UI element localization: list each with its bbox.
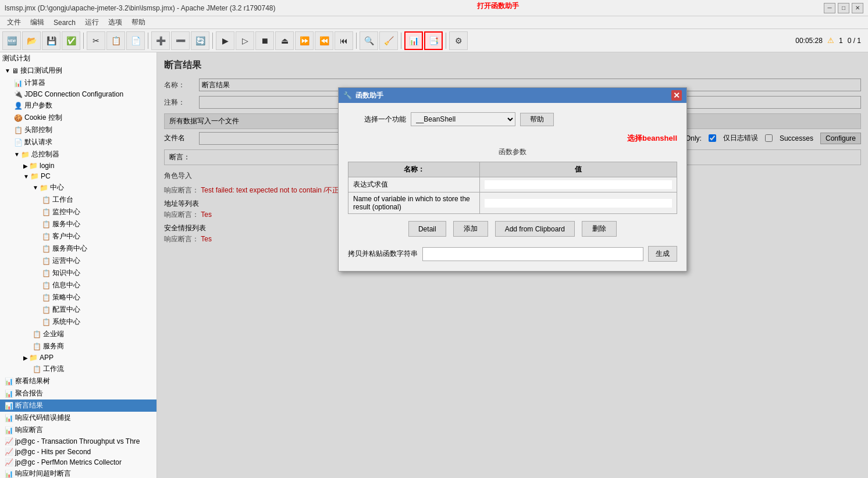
tb-remote-stop[interactable]: ⏪ xyxy=(315,31,333,50)
sidebar-item-header[interactable]: 📋 头部控制 xyxy=(0,124,156,136)
sidebar-label: PC xyxy=(41,172,51,180)
sidebar-label: 监控中心 xyxy=(52,207,80,217)
sidebar-item-enterprise[interactable]: 📋 企业端 xyxy=(0,328,156,340)
detail-button[interactable]: Detail xyxy=(408,221,446,237)
tb-template[interactable]: 📑 xyxy=(424,31,443,50)
sidebar-item-user-params[interactable]: 👤 用户参数 xyxy=(0,99,156,112)
tb-remote-exit[interactable]: ⏮ xyxy=(335,31,353,50)
sidebar-item-system[interactable]: 📋 系统中心 xyxy=(0,316,156,328)
tb-new[interactable]: 🆕 xyxy=(2,31,21,50)
sidebar-item-knowledge[interactable]: 📋 知识中心 xyxy=(0,267,156,279)
toolbar: 🆕 📂 💾 ✅ ✂ 📋 📄 ➕ ➖ 🔄 ▶ ▷ ⏹ ⏏ ⏩ ⏪ ⏮ 🔍 🧹 📊 … xyxy=(0,29,868,52)
tb-copy[interactable]: 📋 xyxy=(106,31,125,50)
param-value-input-2[interactable] xyxy=(485,199,672,208)
sidebar-item-workflow[interactable]: 📋 工作流 xyxy=(0,363,156,375)
delete-button[interactable]: 删除 xyxy=(582,221,617,237)
tb-save[interactable]: 💾 xyxy=(42,31,61,50)
modal-close-button[interactable]: ✕ xyxy=(671,90,682,101)
sep4 xyxy=(356,33,357,49)
copy-input[interactable] xyxy=(422,247,643,261)
sidebar-item-operation[interactable]: 📋 运营中心 xyxy=(0,255,156,267)
modal-icon: 🔧 xyxy=(343,91,352,99)
sidebar-label: 策略中心 xyxy=(52,292,80,302)
sidebar-item-app[interactable]: ▶ 📁 APP xyxy=(0,352,156,363)
param-value-1[interactable] xyxy=(480,177,677,192)
sidebar-item-default-req[interactable]: 📄 默认请求 xyxy=(0,136,156,148)
warning-count: 1 xyxy=(839,37,843,45)
sidebar-item-master-ctrl[interactable]: ▼ 📁 总控制器 xyxy=(0,148,156,160)
sep6 xyxy=(446,33,446,49)
tb-start[interactable]: ▶ xyxy=(216,31,234,50)
sidebar-item-service[interactable]: 📋 服务中心 xyxy=(0,218,156,230)
table-row: 表达式求值 xyxy=(348,177,677,192)
section-label: 测试计划 xyxy=(2,53,30,63)
tb-check[interactable]: ✅ xyxy=(62,31,80,50)
sidebar-item-jdbc[interactable]: 🔌 JDBC Connection Configuration xyxy=(0,89,156,99)
sidebar-item-workbench[interactable]: 📋 工作台 xyxy=(0,194,156,206)
table-row: Name of variable in which to store the r… xyxy=(348,192,677,214)
sidebar-item-jp-perfmon[interactable]: 📈 jp@gc - PerfMon Metrics Collector xyxy=(0,457,156,468)
add-button[interactable]: 添加 xyxy=(453,221,488,237)
help-button[interactable]: 帮助 xyxy=(520,113,554,126)
menu-run[interactable]: 运行 xyxy=(80,16,104,28)
sidebar-item-cookie[interactable]: 🍪 Cookie 控制 xyxy=(0,112,156,124)
tb-remove[interactable]: ➖ xyxy=(171,31,190,50)
menu-search[interactable]: Search xyxy=(49,17,80,28)
sidebar-item-error-catch[interactable]: 📊 响应代码错误捕捉 xyxy=(0,412,156,424)
param-value-input-1[interactable] xyxy=(485,180,672,189)
sidebar-item-strategy[interactable]: 📋 策略中心 xyxy=(0,291,156,304)
sidebar-item-provider[interactable]: 📋 服务商中心 xyxy=(0,242,156,255)
sidebar-item-center[interactable]: ▼ 📁 中心 xyxy=(0,181,156,194)
sidebar-item-assertion-result[interactable]: 📊 断言结果 xyxy=(0,399,156,412)
tb-start-no-pause[interactable]: ▷ xyxy=(236,31,254,50)
sidebar-item-calculator[interactable]: 📊 计算器 xyxy=(0,77,156,89)
tb-search[interactable]: 🔍 xyxy=(360,31,378,50)
tb-cut[interactable]: ✂ xyxy=(87,31,105,50)
sidebar-item-interface-test[interactable]: ▼ 🖥 接口测试用例 xyxy=(0,65,156,77)
warning-icon: ⚠ xyxy=(827,36,834,45)
param-section-label: 函数参数 xyxy=(348,147,677,157)
add-clipboard-button[interactable]: Add from Clipboard xyxy=(495,221,575,237)
menu-options[interactable]: 选项 xyxy=(104,16,127,28)
sidebar-label: login xyxy=(40,162,54,170)
sidebar-label: jp@gc - Transaction Throughput vs Thre xyxy=(15,437,140,445)
menu-edit[interactable]: 编辑 xyxy=(26,16,49,28)
sidebar-item-customer[interactable]: 📋 客户中心 xyxy=(0,230,156,242)
sidebar-item-jp-hits[interactable]: 📈 jp@gc - Hits per Second xyxy=(0,447,156,457)
tb-stop[interactable]: ⏹ xyxy=(255,31,274,50)
tb-paste[interactable]: 📄 xyxy=(126,31,145,50)
sidebar-label: 响应代码错误捕捉 xyxy=(15,413,71,423)
sidebar-label: jp@gc - Hits per Second xyxy=(15,448,91,456)
sidebar-label: 服务商中心 xyxy=(52,244,87,254)
toolbar-time-area: 00:05:28 ⚠ 1 0 / 1 xyxy=(795,36,866,45)
sidebar-item-result-tree[interactable]: 📊 察看结果树 xyxy=(0,375,156,387)
maximize-btn[interactable]: □ xyxy=(838,3,849,13)
title-text: lsmsp.jmx (D:\gongju\apache-jmeter-3.2\b… xyxy=(5,4,276,12)
tb-add[interactable]: ➕ xyxy=(151,31,170,50)
menu-file[interactable]: 文件 xyxy=(2,16,26,28)
close-btn[interactable]: ✕ xyxy=(852,3,863,13)
tb-remote-config[interactable]: ⚙ xyxy=(449,31,468,50)
minimize-btn[interactable]: ─ xyxy=(824,3,835,13)
sidebar-item-aggregate[interactable]: 📊 聚合报告 xyxy=(0,387,156,399)
sidebar-item-response-assert[interactable]: 📊 响应断言 xyxy=(0,424,156,436)
sidebar-item-info[interactable]: 📋 信息中心 xyxy=(0,279,156,291)
param-value-2[interactable] xyxy=(480,192,677,214)
sidebar-item-response-timeout[interactable]: 📊 响应时间超时断言 xyxy=(0,468,156,478)
function-select[interactable]: __BeanShell __Random __StringFromFile __… xyxy=(411,112,515,126)
menu-help[interactable]: 帮助 xyxy=(127,16,150,28)
sidebar-item-pc[interactable]: ▼ 📁 PC xyxy=(0,171,156,181)
generate-button[interactable]: 生成 xyxy=(648,246,677,262)
tb-shutdown[interactable]: ⏏ xyxy=(275,31,294,50)
tb-remote-start[interactable]: ⏩ xyxy=(295,31,314,50)
tb-open[interactable]: 📂 xyxy=(22,31,41,50)
sidebar-item-serviceprovider[interactable]: 📋 服务商 xyxy=(0,340,156,352)
tb-function-helper[interactable]: 📊 xyxy=(404,31,423,50)
tb-clear[interactable]: 🔄 xyxy=(191,31,209,50)
copy-row: 拷贝并粘贴函数字符串 生成 xyxy=(348,246,677,262)
sidebar-item-monitor[interactable]: 📋 监控中心 xyxy=(0,206,156,218)
sidebar-item-jp-throughput[interactable]: 📈 jp@gc - Transaction Throughput vs Thre xyxy=(0,436,156,447)
sidebar-item-config[interactable]: 📋 配置中心 xyxy=(0,304,156,316)
sidebar-item-login[interactable]: ▶ 📁 login xyxy=(0,160,156,171)
tb-clear-all[interactable]: 🧹 xyxy=(379,31,398,50)
